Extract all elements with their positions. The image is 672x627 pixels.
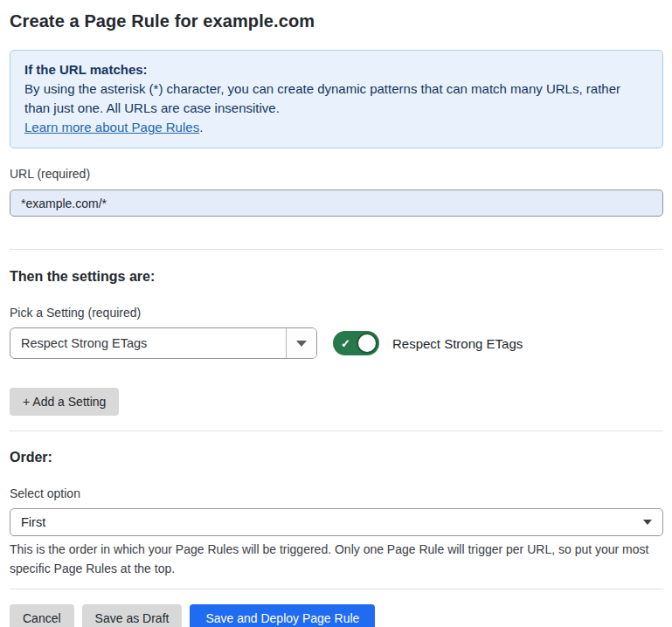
link-suffix: . <box>199 120 203 134</box>
footer-actions: Cancel Save as Draft Save and Deploy Pag… <box>10 604 663 627</box>
toggle-knob <box>357 333 378 354</box>
order-help-text: This is the order in which your Page Rul… <box>10 541 663 578</box>
url-input[interactable] <box>10 189 663 217</box>
toggle-label: Respect Strong ETags <box>392 336 523 351</box>
info-box-body: By using the asterisk (*) character, you… <box>24 79 648 118</box>
order-select-value: First <box>21 515 45 529</box>
cancel-button[interactable]: Cancel <box>10 604 74 627</box>
pick-setting-label: Pick a Setting (required) <box>10 306 663 320</box>
url-field-label: URL (required) <box>10 167 663 182</box>
divider <box>10 431 663 431</box>
divider <box>10 589 663 589</box>
setting-row: Respect Strong ETags ✓ Respect Strong ET… <box>10 327 663 359</box>
chevron-down-icon <box>643 520 652 525</box>
save-as-draft-button[interactable]: Save as Draft <box>82 604 183 627</box>
page-title: Create a Page Rule for example.com <box>10 10 663 31</box>
order-select[interactable]: First <box>10 508 663 536</box>
order-section-heading: Order: <box>10 449 663 465</box>
info-box-heading: If the URL matches: <box>24 60 648 79</box>
order-select-label: Select option <box>10 486 663 501</box>
save-and-deploy-button[interactable]: Save and Deploy Page Rule <box>190 604 375 627</box>
url-match-info-box: If the URL matches: By using the asteris… <box>10 50 663 148</box>
respect-strong-etags-toggle[interactable]: ✓ <box>333 331 379 355</box>
info-box-link-line: Learn more about Page Rules. <box>24 118 648 137</box>
divider <box>10 249 663 250</box>
create-page-rule-panel: Create a Page Rule for example.com If th… <box>0 0 672 627</box>
chevron-down-icon <box>296 341 307 347</box>
learn-more-link[interactable]: Learn more about Page Rules <box>24 120 199 134</box>
setting-select[interactable]: Respect Strong ETags <box>10 327 317 359</box>
setting-select-value: Respect Strong ETags <box>10 328 286 358</box>
setting-select-arrow-button[interactable] <box>286 328 316 358</box>
settings-section-heading: Then the settings are: <box>10 268 663 285</box>
add-setting-button[interactable]: + Add a Setting <box>10 388 119 416</box>
check-icon: ✓ <box>341 338 350 349</box>
